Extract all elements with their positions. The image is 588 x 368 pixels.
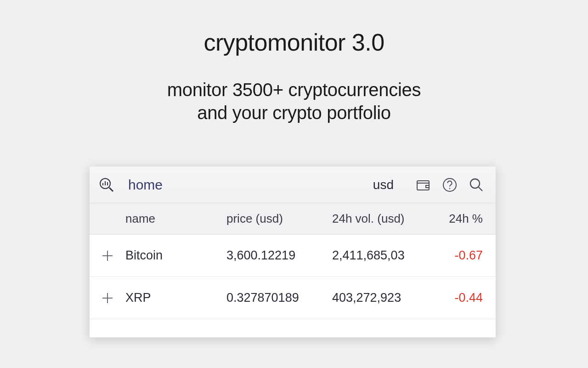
svg-point-6 [443,178,456,191]
subtitle-line2: and your crypto portfolio [197,103,391,123]
app-logo-icon [99,177,114,193]
currency-selector[interactable]: usd [373,178,394,192]
app-header: home usd [90,167,496,203]
coin-volume: 2,411,685,03 [332,248,435,263]
table-row[interactable]: XRP 0.327870189 403,272,923 -0.44 [90,277,496,319]
column-change[interactable]: 24h % [435,212,485,226]
table-row[interactable] [90,319,496,338]
table-row[interactable]: Bitcoin 3,600.12219 2,411,685,03 -0.67 [90,235,496,277]
add-button[interactable] [99,247,116,264]
help-icon[interactable] [441,176,459,194]
svg-point-7 [449,188,450,189]
home-tab[interactable]: home [128,177,163,193]
add-button[interactable] [99,289,116,307]
coin-volume: 403,272,923 [332,291,435,305]
search-icon[interactable] [467,176,486,194]
subtitle-line1: monitor 3500+ cryptocurrencies [167,80,421,100]
column-price[interactable]: price (usd) [226,212,332,226]
wallet-icon[interactable] [414,176,432,194]
svg-line-1 [109,188,113,191]
coin-price: 0.327870189 [226,291,332,305]
coin-change: -0.44 [435,291,485,305]
coin-price: 3,600.12219 [226,248,332,263]
app-card: home usd name price (usd) 24 [90,167,496,338]
svg-line-9 [479,187,482,191]
table-header: name price (usd) 24h vol. (usd) 24h % [90,203,496,235]
column-volume[interactable]: 24h vol. (usd) [332,212,435,226]
app-title: cryptomonitor 3.0 [0,29,588,56]
svg-point-8 [470,179,480,188]
coin-change: -0.67 [435,248,485,263]
coin-name: Bitcoin [125,248,226,263]
coin-name: XRP [125,291,226,305]
app-subtitle: monitor 3500+ cryptocurrencies and your … [0,78,588,124]
column-name[interactable]: name [125,212,226,226]
